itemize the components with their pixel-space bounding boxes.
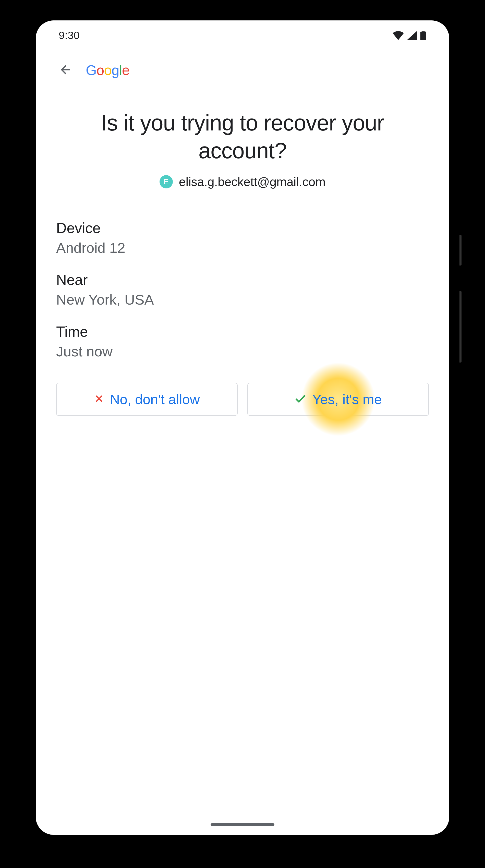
status-icons xyxy=(393,31,426,40)
phone-screen: 9:30 Goo xyxy=(36,21,449,835)
app-header: Google xyxy=(36,47,449,89)
status-time: 9:30 xyxy=(59,29,79,41)
back-arrow-icon[interactable] xyxy=(59,63,73,78)
phone-frame: 9:30 Goo xyxy=(26,10,459,845)
google-logo: Google xyxy=(86,62,129,79)
detail-value-time: Just now xyxy=(56,343,429,360)
phone-volume-button xyxy=(459,291,461,363)
avatar: E xyxy=(160,175,173,188)
battery-icon xyxy=(420,31,426,40)
check-icon xyxy=(294,394,306,405)
allow-label: Yes, it's me xyxy=(312,391,382,407)
detail-near: Near New York, USA xyxy=(56,271,429,308)
account-row[interactable]: E elisa.g.beckett@gmail.com xyxy=(56,175,429,189)
account-email: elisa.g.beckett@gmail.com xyxy=(179,175,325,189)
signal-icon xyxy=(407,31,417,40)
page-title: Is it you trying to recover your account… xyxy=(56,109,429,165)
phone-power-button xyxy=(459,235,461,266)
svg-rect-0 xyxy=(422,31,424,32)
detail-device: Device Android 12 xyxy=(56,220,429,256)
detail-value-near: New York, USA xyxy=(56,291,429,308)
deny-button[interactable]: No, don't allow xyxy=(56,383,238,416)
svg-rect-1 xyxy=(420,32,426,40)
detail-label-time: Time xyxy=(56,323,429,340)
wifi-icon xyxy=(393,31,404,40)
detail-label-near: Near xyxy=(56,271,429,288)
main-content: Is it you trying to recover your account… xyxy=(36,89,449,416)
detail-value-device: Android 12 xyxy=(56,240,429,256)
status-bar: 9:30 xyxy=(36,21,449,47)
navigation-handle[interactable] xyxy=(211,823,274,826)
detail-label-device: Device xyxy=(56,220,429,237)
allow-button[interactable]: Yes, it's me xyxy=(247,383,429,416)
x-icon xyxy=(94,394,104,405)
button-row: No, don't allow Yes, it's me xyxy=(56,383,429,416)
detail-time: Time Just now xyxy=(56,323,429,360)
deny-label: No, don't allow xyxy=(110,391,200,407)
